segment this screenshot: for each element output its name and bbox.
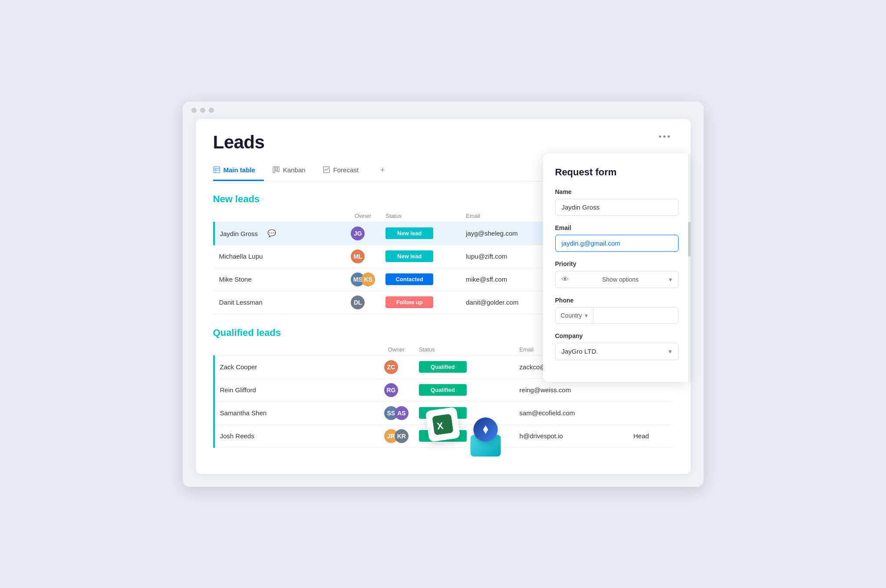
table-row[interactable]: Rein Glifford RG Qualified reing@weiss.c… — [214, 378, 673, 401]
request-form-panel: Request form Name Email Priority 👁 Show … — [543, 154, 691, 382]
extra-cell — [628, 378, 673, 401]
owner-avatar: AS — [395, 406, 408, 420]
status-badge[interactable]: New lead — [385, 250, 433, 262]
email-field: Email — [555, 224, 678, 252]
form-title: Request form — [555, 167, 678, 178]
tab-kanban-label: Kanban — [283, 166, 306, 174]
chevron-down-icon: ▾ — [585, 312, 588, 319]
tab-main-table-label: Main table — [224, 166, 255, 174]
page-header: Leads — [213, 132, 673, 153]
tab-forecast[interactable]: Forecast — [323, 162, 367, 181]
col-owner-header: Owner — [346, 210, 380, 222]
lead-name-cell[interactable]: Josh Reeds — [214, 424, 379, 447]
dot — [663, 135, 665, 138]
lead-name-cell[interactable]: Michaella Lupu — [214, 245, 346, 268]
dot — [668, 135, 670, 138]
owner-avatar: KS — [361, 273, 375, 286]
company-select[interactable]: JayGro LTD. ▾ — [555, 343, 678, 360]
col-name-header — [214, 210, 346, 222]
email-cell: h@drivespot.io — [514, 424, 628, 447]
title-cell: Head — [628, 424, 673, 447]
phone-field: Phone Country ▾ — [555, 297, 678, 324]
panel-scrollbar[interactable] — [688, 154, 691, 382]
browser-dot-1 — [191, 108, 197, 113]
owner-avatar: ZC — [384, 360, 398, 374]
status-cell[interactable]: New lead — [380, 245, 461, 268]
scrollbar-thumb — [688, 222, 691, 256]
priority-field: Priority 👁 Show options ▾ — [555, 260, 678, 288]
country-selector[interactable]: Country ▾ — [556, 308, 593, 323]
more-options-button[interactable] — [655, 132, 673, 141]
eye-icon: 👁 — [562, 276, 569, 283]
lead-name-cell[interactable]: Samantha Shen — [214, 401, 379, 424]
tab-kanban[interactable]: Kanban — [273, 162, 314, 181]
lead-name-cell[interactable]: Rein Glifford — [214, 378, 379, 401]
status-cell[interactable]: Follow up — [380, 291, 461, 314]
status-cell[interactable]: Qualified — [414, 378, 514, 401]
name-field: Name — [555, 188, 678, 216]
col-email-header: Email — [461, 210, 547, 222]
status-badge[interactable]: Follow up — [385, 296, 433, 308]
status-badge[interactable]: New lead — [385, 227, 433, 239]
chevron-down-icon: ▾ — [669, 276, 672, 283]
extra-cell — [628, 401, 673, 424]
browser-window: Leads Main table — [183, 102, 704, 487]
owner-cell: ML — [346, 245, 380, 268]
lead-name-cell[interactable]: Zack Cooper — [214, 355, 379, 378]
owner-cell: RG — [379, 378, 414, 401]
svg-rect-0 — [214, 167, 220, 173]
email-cell: sam@ecofield.com — [514, 401, 628, 424]
lead-name: Jaydin Gross — [220, 230, 258, 237]
envelope-icon — [468, 417, 503, 457]
envelope-container — [468, 417, 503, 457]
email-cell: lupu@zift.com — [461, 245, 547, 268]
tab-add-button[interactable]: + — [376, 161, 389, 181]
status-cell[interactable]: Qualified — [414, 355, 514, 378]
status-badge[interactable]: Qualified — [419, 384, 467, 396]
priority-label: Priority — [555, 260, 678, 267]
excel-icon: X — [425, 407, 460, 442]
status-cell[interactable]: New lead — [380, 222, 461, 245]
floating-icons-area: X — [428, 409, 503, 457]
owner-cell: JR KR — [379, 424, 414, 447]
svg-rect-4 — [273, 167, 275, 173]
phone-number-input[interactable] — [593, 308, 678, 323]
name-input[interactable] — [555, 199, 678, 216]
owner-avatar: RG — [384, 383, 398, 397]
dot — [659, 135, 661, 138]
owner-cell: DL — [346, 291, 380, 314]
svg-rect-5 — [275, 167, 277, 171]
phone-label: Phone — [555, 297, 678, 304]
lead-name-cell[interactable]: Danit Lessman — [214, 291, 346, 314]
tab-forecast-label: Forecast — [333, 166, 359, 174]
owner-avatar: DL — [351, 296, 365, 309]
browser-dot-2 — [200, 108, 205, 113]
owner-cell: JG — [346, 222, 380, 245]
email-cell: danit@golder.com — [461, 291, 547, 314]
browser-dot-3 — [209, 108, 214, 113]
owner-avatar-group: JR KR — [384, 429, 408, 443]
kanban-icon — [273, 166, 280, 173]
svg-point-15 — [484, 428, 487, 431]
status-badge[interactable]: Contacted — [385, 273, 433, 285]
col-status-header: Status — [414, 344, 514, 356]
status-cell[interactable]: Contacted — [380, 268, 461, 291]
chat-icon[interactable]: 💬 — [265, 227, 279, 240]
tab-main-table[interactable]: Main table — [213, 162, 264, 181]
lead-name-cell[interactable]: Jaydin Gross 💬 — [214, 222, 346, 245]
email-label: Email — [555, 224, 678, 231]
status-badge[interactable]: Qualified — [419, 361, 467, 373]
email-input[interactable] — [555, 235, 678, 252]
priority-placeholder: Show options — [602, 276, 639, 283]
table-icon — [213, 166, 220, 173]
col-owner-header: Owner — [379, 344, 414, 356]
lead-name-cell[interactable]: Mike Stone — [214, 268, 346, 291]
excel-icon-container: X — [425, 407, 463, 458]
priority-select[interactable]: 👁 Show options ▾ — [555, 271, 678, 288]
owner-avatar: ML — [351, 250, 365, 263]
app-content: Leads Main table — [196, 119, 691, 474]
browser-titlebar — [183, 102, 704, 119]
company-value: JayGro LTD. — [562, 348, 598, 355]
email-cell: jayg@sheleg.com — [461, 222, 547, 245]
company-label: Company — [555, 332, 678, 339]
